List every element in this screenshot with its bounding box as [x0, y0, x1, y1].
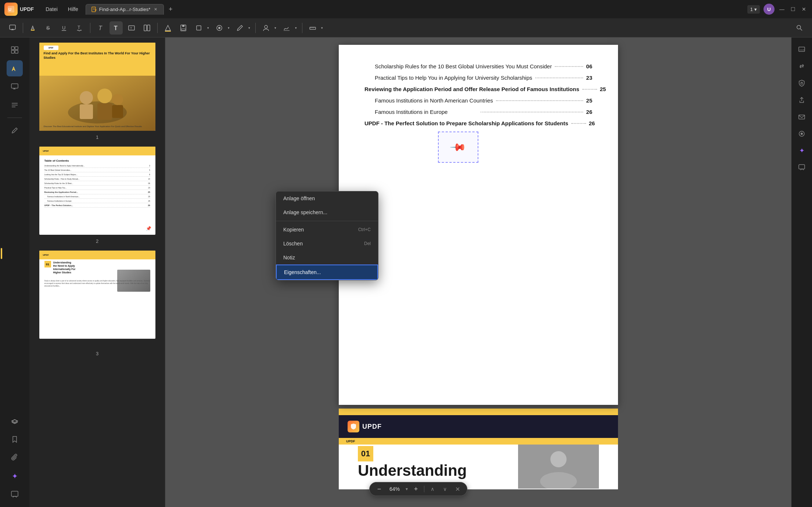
sidebar-chat-button[interactable] [7, 486, 23, 503]
zoom-nav-down-button[interactable]: ∨ [441, 485, 449, 493]
ruler-tool-button[interactable]: ▾ [306, 21, 324, 35]
updf-logo-icon: U [4, 3, 18, 16]
pin-icon: 📌 [449, 138, 467, 156]
note-item[interactable]: Notiz [276, 251, 378, 265]
ruler-dropdown-arrow[interactable]: ▾ [319, 21, 324, 35]
updf-banner-logo-text: UPDF [362, 423, 382, 431]
svg-marker-18 [165, 25, 170, 30]
main-content: ✦ UPDF Find and Apply For the Best Insti… [0, 37, 812, 507]
thumbnail-2-label: 2 [96, 238, 98, 244]
sidebar-ai-button[interactable]: ✦ [7, 468, 23, 484]
search-tool-button[interactable] [793, 21, 806, 35]
thumbnail-page-3[interactable]: UPDF 01 Understandingthe Need to ApplyIn… [34, 250, 161, 356]
sidebar-comment-button[interactable] [7, 79, 23, 95]
toc-num-5: 26 [586, 109, 592, 115]
titlebar: U UPDF Datei Hilfe Find-and-Ap...r-Studi… [0, 0, 812, 18]
text-tool-button[interactable]: T [94, 21, 107, 35]
share-right-button[interactable] [794, 93, 809, 107]
document-edit-tab-icon [91, 7, 97, 12]
toc-text-3: Reviewing the Application Period and Off… [364, 86, 579, 92]
chat-right-button[interactable] [794, 160, 809, 175]
left-sidebar: ✦ [0, 37, 29, 507]
square-dropdown-arrow[interactable]: ▾ [205, 21, 211, 35]
tab-label: Find-and-Ap...r-Studies* [99, 7, 150, 12]
signature-dropdown-arrow[interactable]: ▾ [293, 21, 298, 35]
toc-section: Scholarship Rules for the 10 Best Global… [364, 63, 592, 126]
svg-rect-36 [15, 47, 18, 50]
delete-item[interactable]: Löschen Del [276, 237, 378, 251]
tab-close-button[interactable]: ✕ [152, 7, 158, 12]
svg-text:T: T [78, 25, 80, 30]
pdf-page-content: Scholarship Rules for the 10 Best Global… [339, 45, 618, 405]
thumb1-title-text: Find and Apply For the Best Institutes I… [44, 51, 151, 60]
comment-tool-button[interactable] [6, 21, 19, 35]
ocr-right-button[interactable]: OCR [794, 42, 809, 57]
new-tab-button[interactable]: + [165, 4, 176, 14]
close-button[interactable]: ✕ [800, 6, 808, 13]
thumbnail-page-2[interactable]: UPDF Table of Contents Understanding the… [34, 146, 161, 244]
maximize-button[interactable]: ☐ [789, 6, 797, 13]
email-right-button[interactable] [794, 109, 809, 124]
menu-datei[interactable]: Datei [41, 4, 62, 14]
page-nav[interactable]: 1 ▾ [747, 5, 760, 14]
copy-item[interactable]: Kopieren Ctrl+C [276, 223, 378, 237]
thumbnail-1-image: UPDF Find and Apply For the Best Institu… [39, 42, 156, 132]
toc-num-1: 06 [586, 63, 592, 69]
sidebar-bookmark-button[interactable] [7, 431, 23, 447]
highlight-tool-button[interactable] [27, 21, 40, 35]
save-right-button[interactable] [794, 126, 809, 141]
zoom-nav-up-button[interactable]: ∧ [428, 485, 437, 493]
svg-text:T: T [114, 25, 118, 31]
user-avatar[interactable]: U [764, 4, 775, 15]
underline-tool-button[interactable]: U [58, 21, 71, 35]
convert-right-button[interactable] [794, 59, 809, 73]
page-number: 1 [750, 7, 753, 12]
zoom-in-button[interactable]: + [412, 485, 420, 493]
text-box-tool-button[interactable]: T [125, 21, 138, 35]
save-attachment-item[interactable]: Anlage speichern... [276, 205, 378, 219]
thumb3-logo-text: UPDF [43, 254, 49, 256]
pdf-main-area[interactable]: Scholarship Rules for the 10 Best Global… [165, 37, 791, 507]
document-tab[interactable]: Find-and-Ap...r-Studies* ✕ [86, 4, 164, 15]
thumbnail-panel[interactable]: UPDF Find and Apply For the Best Institu… [29, 37, 165, 507]
properties-item[interactable]: Eigenschaften... [276, 265, 378, 280]
protect-right-button[interactable] [794, 76, 809, 90]
color-dropdown-arrow[interactable]: ▾ [226, 21, 231, 35]
menu-hilfe[interactable]: Hilfe [64, 4, 83, 14]
sidebar-layers-button[interactable] [7, 413, 23, 429]
page-nav-chevron: ▾ [754, 7, 757, 12]
ai-right-button[interactable]: ✦ [794, 143, 809, 158]
strikethrough-tool-button[interactable]: S [42, 21, 55, 35]
minimize-button[interactable]: — [778, 6, 786, 13]
person-tool-button[interactable]: ▾ [259, 21, 278, 35]
sidebar-thumbnails-button[interactable] [7, 42, 23, 58]
thumbnail-page-1[interactable]: UPDF Find and Apply For the Best Institu… [34, 42, 161, 140]
svg-rect-16 [144, 25, 147, 31]
sidebar-attachment-button[interactable] [7, 450, 23, 466]
zoom-out-button[interactable]: − [375, 485, 384, 493]
square-tool-button[interactable]: ▾ [192, 21, 211, 35]
pen-tool-button[interactable]: ▾ [233, 21, 252, 35]
sidebar-text-button[interactable] [7, 97, 23, 113]
zoom-close-button[interactable]: ✕ [453, 485, 462, 493]
signature-tool-button[interactable]: ▾ [280, 21, 298, 35]
svg-rect-44 [11, 491, 18, 496]
pen-dropdown-arrow[interactable]: ▾ [247, 21, 252, 35]
save-tool-button[interactable] [177, 21, 190, 35]
person-dropdown-arrow[interactable]: ▾ [273, 21, 278, 35]
zoom-dropdown[interactable]: ▾ [406, 486, 408, 492]
toc-line-3: Looking Into the Top 10 Subject Majors..… [44, 173, 150, 177]
thumb2-logo-text: UPDF [43, 150, 49, 152]
svg-point-33 [797, 25, 801, 29]
columns-tool-button[interactable] [140, 21, 154, 35]
sidebar-edit-button[interactable] [7, 122, 23, 139]
color-fill-tool-button[interactable]: ▾ [213, 21, 231, 35]
open-attachment-item[interactable]: Anlage öffnen [276, 191, 378, 205]
text-bold-tool-button[interactable]: T [109, 21, 123, 35]
page3-header-bar: UPDF [339, 438, 618, 445]
svg-text:OCR: OCR [800, 49, 805, 51]
wavy-underline-tool-button[interactable]: T [73, 21, 86, 35]
shape-fill-tool-button[interactable] [161, 21, 175, 35]
sidebar-annotation-button[interactable] [7, 60, 23, 76]
app-logo[interactable]: U UPDF [4, 3, 34, 16]
